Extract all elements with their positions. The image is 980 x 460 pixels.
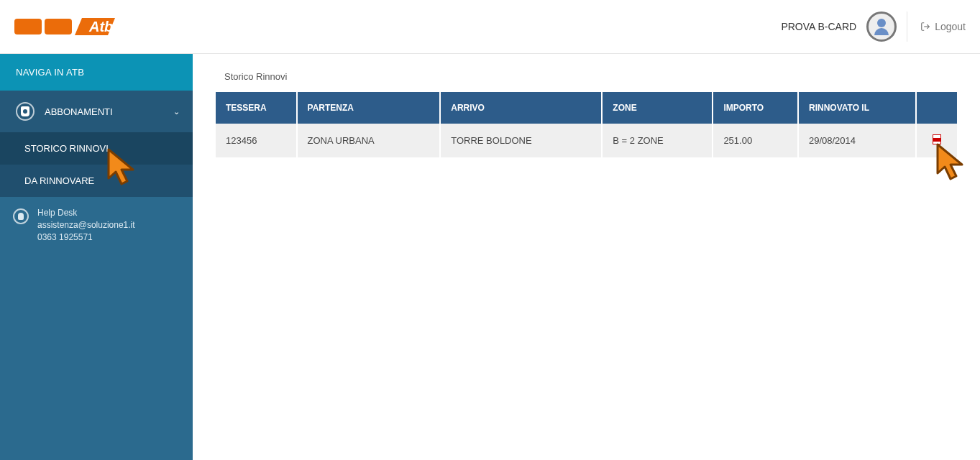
- helpdesk-phone: 0363 1925571: [37, 231, 135, 244]
- helpdesk-title: Help Desk: [37, 207, 135, 219]
- sidebar-nav-title: NAVIGA IN ATB: [0, 54, 193, 91]
- col-header-action: [917, 92, 957, 124]
- cell-zone: B = 2 ZONE: [603, 124, 712, 157]
- username-label: PROVA B-CARD: [781, 21, 856, 32]
- logout-icon: [920, 22, 930, 32]
- logo-block: [14, 19, 42, 34]
- cell-rinnovato: 29/08/2014: [799, 124, 915, 157]
- logo-block: [45, 19, 72, 34]
- col-header-zone[interactable]: ZONE: [603, 92, 712, 124]
- ticket-icon: [16, 102, 35, 121]
- col-header-partenza[interactable]: PARTENZA: [298, 92, 440, 124]
- helpdesk-email[interactable]: assistenza@soluzione1.it: [37, 219, 135, 231]
- chevron-down-icon: ⌄: [173, 107, 180, 116]
- sidebar: NAVIGA IN ATB ABBONAMENTI ⌄ STORICO RINN…: [0, 54, 193, 460]
- sidebar-item-abbonamenti[interactable]: ABBONAMENTI ⌄: [0, 91, 193, 132]
- cell-importo: 251.00: [713, 124, 797, 157]
- app-header: Atb PROVA B-CARD Logout: [0, 0, 980, 54]
- sidebar-item-da-rinnovare[interactable]: DA RINNOVARE: [0, 165, 193, 197]
- sidebar-submenu: STORICO RINNOVI DA RINNOVARE: [0, 132, 193, 197]
- sidebar-item-label: STORICO RINNOVI: [24, 143, 109, 154]
- col-header-arrivo[interactable]: ARRIVO: [441, 92, 601, 124]
- cell-tessera: 123456: [216, 124, 296, 157]
- col-header-tessera[interactable]: TESSERA: [216, 92, 296, 124]
- header-right: PROVA B-CARD Logout: [781, 12, 966, 42]
- cell-action: [917, 124, 957, 157]
- sidebar-item-label: DA RINNOVARE: [24, 175, 94, 186]
- cell-partenza: ZONA URBANA: [298, 124, 440, 157]
- cell-arrivo: TORRE BOLDONE: [441, 124, 601, 157]
- logout-label: Logout: [935, 21, 966, 32]
- avatar-icon[interactable]: [866, 12, 897, 42]
- rinnovi-table: TESSERA PARTENZA ARRIVO ZONE IMPORTO RIN…: [214, 92, 958, 157]
- pdf-download-icon[interactable]: [933, 134, 941, 144]
- logout-button[interactable]: Logout: [907, 12, 966, 42]
- logo-slash-icon: Atb: [75, 18, 115, 35]
- sidebar-item-label: ABBONAMENTI: [45, 106, 113, 117]
- helpdesk-block: Help Desk assistenza@soluzione1.it 0363 …: [0, 197, 193, 253]
- col-header-importo[interactable]: IMPORTO: [713, 92, 797, 124]
- table-row: 123456 ZONA URBANA TORRE BOLDONE B = 2 Z…: [216, 124, 957, 157]
- sidebar-item-storico-rinnovi[interactable]: STORICO RINNOVI: [0, 132, 193, 165]
- svg-text:Atb: Atb: [88, 19, 113, 34]
- main-content: Storico Rinnovi TESSERA PARTENZA ARRIVO …: [193, 54, 980, 460]
- atb-logo: Atb: [14, 18, 115, 35]
- col-header-rinnovato[interactable]: RINNOVATO IL: [799, 92, 915, 124]
- page-title: Storico Rinnovi: [224, 71, 958, 82]
- bell-icon: [13, 208, 29, 224]
